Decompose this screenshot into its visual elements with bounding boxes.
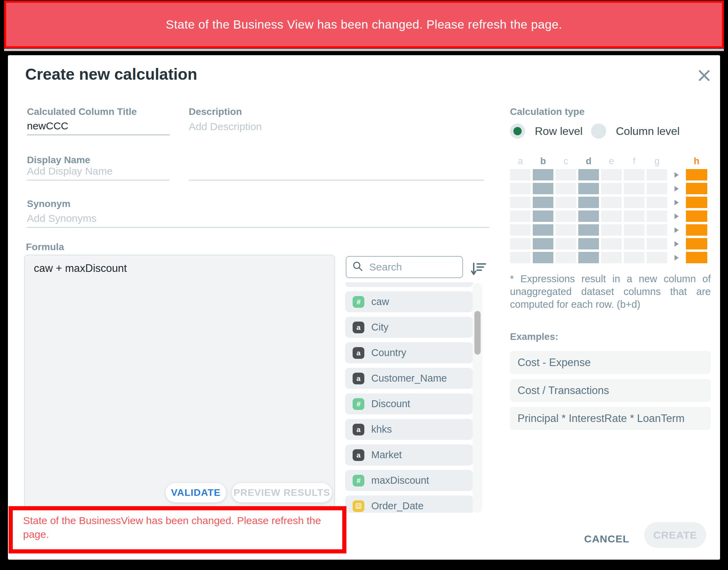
grid-result-cell bbox=[686, 183, 707, 194]
text-type-icon: a bbox=[353, 373, 364, 384]
grid-result-cell bbox=[686, 169, 707, 180]
grid-col-header-result: h bbox=[686, 156, 707, 167]
grid-cell bbox=[647, 197, 667, 208]
formula-value: caw + maxDiscount bbox=[34, 262, 127, 275]
grid-col-header-e: e bbox=[601, 156, 622, 167]
radio-row-level[interactable]: Row level bbox=[510, 124, 583, 139]
search-input[interactable] bbox=[368, 261, 451, 273]
display-name-placeholder: Add Display Name bbox=[27, 165, 112, 177]
column-level-radio[interactable] bbox=[591, 124, 606, 139]
grid-cell bbox=[647, 252, 667, 263]
list-item-Discount[interactable]: #Discount bbox=[345, 393, 473, 414]
page-edge-divider bbox=[4, 49, 724, 51]
grid-cell bbox=[624, 210, 645, 222]
validate-button[interactable]: VALIDATE bbox=[166, 483, 226, 502]
preview-results-button[interactable]: PREVIEW RESULTS bbox=[232, 483, 332, 502]
grid-col-header-c: c bbox=[555, 156, 576, 167]
grid-cell bbox=[647, 224, 667, 236]
grid-result-cell bbox=[686, 252, 707, 263]
grid-cell bbox=[647, 183, 667, 194]
grid-cell bbox=[601, 183, 622, 194]
synonym-input[interactable]: Add Synonyms bbox=[27, 212, 489, 228]
description-placeholder: Add Description bbox=[189, 121, 262, 132]
date-type-icon bbox=[353, 500, 364, 512]
calculation-illustration-grid: abcdefgh bbox=[510, 156, 707, 263]
grid-cell bbox=[510, 169, 531, 180]
grid-cell bbox=[555, 169, 576, 180]
grid-cell bbox=[601, 224, 622, 236]
grid-cell bbox=[578, 238, 599, 249]
synonym-placeholder: Add Synonyms bbox=[27, 213, 97, 224]
example-item: Cost - Expense bbox=[510, 351, 711, 374]
list-item-Market[interactable]: aMarket bbox=[345, 444, 473, 465]
field-name: maxDiscount bbox=[371, 475, 429, 486]
grid-cell bbox=[601, 169, 622, 180]
grid-cell bbox=[533, 210, 553, 222]
list-item-Country[interactable]: aCountry bbox=[345, 342, 473, 363]
list-item-Order_Date[interactable]: Order_Date bbox=[345, 495, 473, 513]
grid-cell bbox=[601, 252, 622, 263]
list-item-maxDiscount[interactable]: #maxDiscount bbox=[345, 470, 473, 491]
list-item-Customer_Name[interactable]: aCustomer_Name bbox=[345, 368, 473, 389]
list-item-City[interactable]: aCity bbox=[345, 317, 473, 338]
description-label: Description bbox=[189, 106, 242, 117]
error-message: State of the BusinessView has been chang… bbox=[23, 514, 334, 541]
grid-cell bbox=[533, 183, 553, 194]
radio-column-level[interactable]: Column level bbox=[591, 124, 680, 139]
numeric-type-icon: # bbox=[353, 475, 364, 487]
sort-icon[interactable] bbox=[470, 261, 486, 277]
list-item-caw[interactable]: #caw bbox=[345, 291, 473, 312]
field-name: caw bbox=[371, 296, 389, 307]
field-name: Customer_Name bbox=[371, 373, 447, 384]
create-button: CREATE bbox=[644, 522, 706, 548]
grid-cell bbox=[510, 197, 531, 208]
list-item-khks[interactable]: akhks bbox=[345, 419, 473, 440]
row-arrow-icon bbox=[669, 224, 684, 236]
numeric-type-icon: # bbox=[353, 398, 364, 410]
row-level-radio[interactable] bbox=[510, 124, 525, 139]
calculated-column-title-input[interactable]: newCCC bbox=[27, 118, 170, 135]
grid-result-cell bbox=[686, 210, 707, 222]
grid-cell bbox=[601, 238, 622, 249]
grid-cell bbox=[578, 224, 599, 236]
grid-cell bbox=[533, 169, 553, 180]
grid-cell bbox=[578, 197, 599, 208]
field-name: Country bbox=[371, 347, 406, 358]
cancel-button[interactable]: CANCEL bbox=[577, 530, 636, 548]
example-item: Principal * InterestRate * LoanTerm bbox=[510, 407, 711, 430]
field-list-scrollbar[interactable] bbox=[473, 283, 482, 513]
field-list: #cawaCityaCountryaCustomer_Name#Discount… bbox=[345, 282, 475, 513]
list-item-partial[interactable] bbox=[345, 282, 473, 287]
grid-cell bbox=[533, 238, 553, 249]
row-arrow-icon bbox=[669, 183, 684, 194]
grid-cell bbox=[578, 252, 599, 263]
grid-cell bbox=[555, 183, 576, 194]
close-icon[interactable] bbox=[696, 68, 712, 83]
grid-result-cell bbox=[686, 238, 707, 249]
grid-cell bbox=[510, 210, 531, 222]
grid-cell bbox=[624, 224, 645, 236]
synonym-label: Synonym bbox=[27, 198, 70, 209]
formula-editor[interactable]: caw + maxDiscount bbox=[24, 255, 335, 510]
field-search[interactable] bbox=[346, 256, 463, 278]
text-type-icon: a bbox=[353, 449, 364, 461]
field-name: City bbox=[371, 322, 388, 333]
grid-col-header-d: d bbox=[578, 156, 599, 167]
grid-cell bbox=[533, 197, 553, 208]
display-name-input[interactable]: Add Display Name bbox=[27, 166, 170, 180]
grid-cell bbox=[555, 252, 576, 263]
scrollbar-thumb[interactable] bbox=[474, 311, 481, 355]
search-icon bbox=[352, 261, 364, 274]
description-input[interactable]: Add Description bbox=[189, 118, 484, 180]
calculated-column-title-label: Calculated Column Title bbox=[27, 106, 137, 117]
grid-cell bbox=[510, 224, 531, 236]
screen: State of the Business View has been chan… bbox=[0, 0, 728, 570]
formula-label: Formula bbox=[26, 242, 64, 253]
row-arrow-icon bbox=[669, 238, 684, 249]
grid-cell bbox=[624, 252, 645, 263]
calculation-type-label: Calculation type bbox=[510, 106, 584, 117]
grid-cell bbox=[601, 210, 622, 222]
create-calculation-modal: Create new calculation Calculated Column… bbox=[8, 55, 720, 560]
grid-cell bbox=[555, 197, 576, 208]
field-name: Market bbox=[371, 449, 402, 461]
